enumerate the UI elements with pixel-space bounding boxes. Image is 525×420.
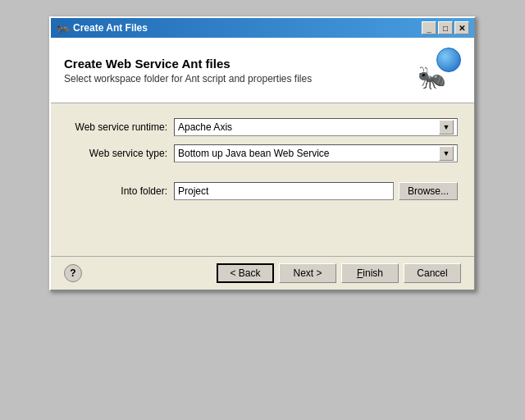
footer-buttons: < Back Next > Finish Cancel	[217, 263, 461, 283]
folder-row: Into folder: Browse...	[67, 182, 458, 200]
browse-button[interactable]: Browse...	[399, 182, 458, 200]
cancel-button[interactable]: Cancel	[404, 263, 461, 283]
runtime-row: Web service runtime: Apache Axis ▼	[67, 118, 458, 136]
window-title: Create Ant Files	[73, 22, 148, 34]
type-dropdown-arrow[interactable]: ▼	[439, 146, 454, 161]
minimize-button[interactable]: _	[422, 21, 436, 34]
type-label: Web service type:	[67, 148, 174, 159]
header-area: Create Web Service Ant files Select work…	[51, 38, 474, 103]
runtime-value: Apache Axis	[178, 121, 232, 133]
finish-f: Finish	[357, 267, 383, 279]
dialog-title: Create Web Service Ant files	[64, 57, 312, 71]
title-controls: _ □ ✕	[422, 21, 469, 34]
type-row: Web service type: Bottom up Java bean We…	[67, 144, 458, 162]
header-text: Create Web Service Ant files Select work…	[64, 57, 312, 84]
maximize-button[interactable]: □	[438, 21, 453, 34]
folder-label: Into folder:	[67, 185, 174, 197]
next-button[interactable]: Next >	[279, 263, 336, 283]
help-button[interactable]: ?	[64, 264, 82, 282]
close-button[interactable]: ✕	[454, 21, 469, 34]
header-icon-area: 🐜	[416, 48, 461, 93]
runtime-label: Web service runtime:	[67, 121, 174, 133]
title-bar-left: 🐜 Create Ant Files	[56, 21, 148, 34]
folder-control-wrapper: Browse...	[174, 182, 458, 200]
window-icon: 🐜	[56, 21, 69, 34]
type-dropdown[interactable]: Bottom up Java bean Web Service ▼	[174, 144, 458, 162]
main-window: 🐜 Create Ant Files _ □ ✕ Create Web Serv…	[49, 16, 476, 291]
finish-label-rest: inish	[363, 267, 383, 279]
finish-button[interactable]: Finish	[341, 263, 399, 283]
ant-icon: 🐜	[418, 64, 446, 91]
type-value: Bottom up Java bean Web Service	[178, 148, 330, 159]
back-button[interactable]: < Back	[217, 263, 274, 283]
title-bar: 🐜 Create Ant Files _ □ ✕	[51, 18, 474, 38]
runtime-dropdown-arrow[interactable]: ▼	[439, 120, 454, 135]
footer-area: ? < Back Next > Finish Cancel	[51, 256, 474, 290]
dialog-subtitle: Select workspace folder for Ant script a…	[64, 73, 312, 84]
folder-input[interactable]	[174, 182, 394, 200]
runtime-control-wrapper: Apache Axis ▼	[174, 118, 458, 136]
type-control-wrapper: Bottom up Java bean Web Service ▼	[174, 144, 458, 162]
runtime-dropdown[interactable]: Apache Axis ▼	[174, 118, 458, 136]
content-area: Web service runtime: Apache Axis ▼ Web s…	[51, 103, 474, 256]
footer-left: ?	[64, 264, 82, 282]
